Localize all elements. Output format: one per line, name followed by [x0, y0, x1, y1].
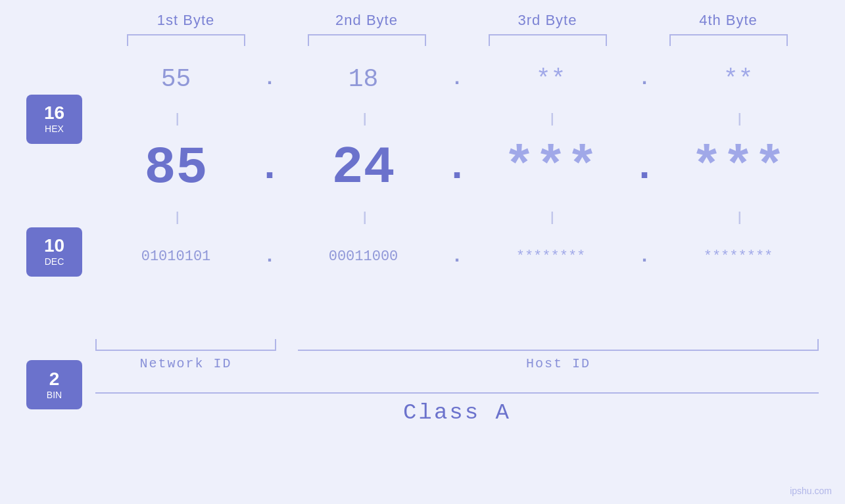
byte-label-2: 2nd Byte — [276, 12, 457, 29]
bracket-cell-3 — [457, 34, 638, 46]
bin-value-2: 00011000 — [329, 248, 398, 265]
data-cols: 55 . 18 . ** . ** || — [95, 53, 819, 504]
hex-dot-2: . — [444, 69, 470, 89]
hex-cell-4: ** — [658, 65, 819, 93]
eq-row-2: || || || || — [95, 204, 819, 230]
dec-dot-2: . — [444, 148, 470, 187]
class-bracket — [95, 380, 819, 394]
brackets-area: Network ID Host ID Class A — [95, 338, 819, 425]
bin-name: BIN — [47, 390, 62, 400]
host-id-label: Host ID — [298, 356, 819, 371]
dec-row: 85 . 24 . *** . *** — [95, 131, 819, 204]
host-id-bracket — [298, 339, 819, 351]
top-bracket-1 — [127, 34, 245, 46]
byte-label-1: 1st Byte — [95, 12, 276, 29]
top-bracket-3 — [489, 34, 607, 46]
eq-2-3: || — [470, 210, 631, 225]
eq-2-1: || — [95, 210, 256, 225]
dec-value-1: 85 — [144, 138, 207, 198]
top-bracket-4 — [669, 34, 788, 46]
hex-badge: 16 HEX — [26, 95, 82, 144]
bin-row: 01010101 . 00011000 . ******** . *******… — [95, 230, 819, 283]
dec-name: DEC — [45, 256, 64, 267]
bracket-cell-2 — [276, 34, 457, 46]
hex-name: HEX — [45, 124, 64, 134]
bin-cell-4: ******** — [658, 248, 819, 265]
bin-cell-1: 01010101 — [95, 248, 256, 265]
top-bracket-2 — [308, 34, 426, 46]
bin-value-4: ******** — [704, 248, 773, 265]
dec-dot-3: . — [631, 148, 658, 187]
bin-dot-3: . — [631, 246, 658, 266]
class-label: Class A — [95, 400, 819, 425]
dec-value-4: *** — [690, 138, 785, 198]
bin-badge: 2 BIN — [26, 360, 82, 409]
dec-num: 10 — [44, 237, 64, 255]
bin-num: 2 — [49, 370, 60, 388]
dec-value-3: *** — [503, 138, 598, 198]
hex-dot-3: . — [631, 69, 658, 89]
hex-dot-1: . — [256, 69, 283, 89]
dec-cell-1: 85 — [95, 138, 256, 198]
hex-value-4: ** — [723, 65, 754, 93]
dec-cell-4: *** — [658, 138, 819, 198]
hex-value-3: ** — [536, 65, 566, 93]
bin-dot-2: . — [444, 246, 470, 266]
labels-col: 16 HEX 10 DEC 2 BIN — [26, 53, 95, 504]
id-labels: Network ID Host ID — [95, 356, 819, 371]
hex-num: 16 — [44, 104, 64, 122]
hex-value-2: 18 — [349, 65, 379, 93]
page-wrapper: 1st Byte 2nd Byte 3rd Byte 4th Byte 16 H… — [0, 0, 845, 504]
main-content: 16 HEX 10 DEC 2 BIN 55 . 18 — [0, 53, 845, 504]
bracket-cell-4 — [638, 34, 819, 46]
hex-row: 55 . 18 . ** . ** — [95, 53, 819, 105]
dec-badge: 10 DEC — [26, 227, 82, 277]
bin-cell-2: 00011000 — [283, 248, 444, 265]
bracket-cell-1 — [95, 34, 276, 46]
dec-value-2: 24 — [331, 138, 395, 198]
eq-1-4: || — [658, 111, 819, 126]
dec-cell-2: 24 — [283, 138, 444, 198]
bin-value-3: ******** — [516, 248, 586, 265]
label-gap — [276, 356, 298, 371]
dec-dot-1: . — [256, 148, 283, 187]
hex-value-1: 55 — [161, 65, 191, 93]
eq-2-2: || — [283, 210, 444, 225]
hex-cell-1: 55 — [95, 65, 256, 93]
watermark: ipshu.com — [790, 486, 832, 496]
bin-cell-3: ******** — [470, 248, 631, 265]
bottom-bracket-line — [95, 338, 819, 351]
eq-1-1: || — [95, 111, 256, 126]
bin-value-1: 01010101 — [141, 248, 211, 265]
eq-row-1: || || || || — [95, 105, 819, 131]
dec-cell-3: *** — [470, 138, 631, 198]
bin-dot-1: . — [256, 246, 283, 266]
hex-cell-3: ** — [470, 65, 631, 93]
eq-2-4: || — [658, 210, 819, 225]
byte-label-4: 4th Byte — [638, 12, 819, 29]
top-bracket-row — [0, 34, 845, 46]
byte-headers: 1st Byte 2nd Byte 3rd Byte 4th Byte — [0, 0, 845, 29]
byte-label-3: 3rd Byte — [457, 12, 638, 29]
network-id-bracket — [95, 339, 276, 351]
hex-cell-2: 18 — [283, 65, 444, 93]
eq-1-3: || — [470, 111, 631, 126]
eq-1-2: || — [283, 111, 444, 126]
network-id-label: Network ID — [95, 356, 276, 371]
